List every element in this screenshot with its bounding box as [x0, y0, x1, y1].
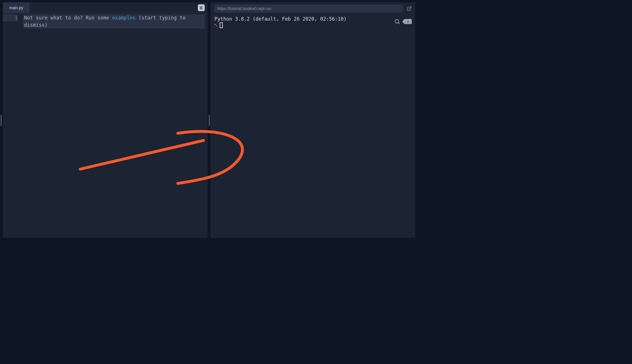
console-header: https://tutorial.bookie0.repl.run: [210, 2, 415, 14]
format-lines-icon: [199, 6, 203, 10]
editor-pane: main.py 1 Not sure what to do? Run some …: [3, 2, 208, 238]
svg-rect-1: [200, 7, 202, 8]
code-area[interactable]: Not sure what to do? Run some examples (…: [23, 13, 208, 238]
placeholder-line: Not sure what to do? Run some examples (…: [23, 14, 205, 28]
placeholder-prefix: Not sure what to do? Run some: [24, 15, 112, 21]
open-external-button[interactable]: [406, 5, 412, 12]
external-link-icon: [407, 6, 412, 11]
prompt-arrow-icon: [214, 23, 218, 27]
clear-console-button[interactable]: x: [404, 19, 412, 24]
console-toolbar: x: [394, 18, 412, 25]
line-number-1: 1: [3, 14, 18, 21]
svg-rect-6: [214, 24, 216, 25]
console-cursor: [220, 22, 223, 28]
editor-header: main.py: [3, 2, 208, 13]
format-code-button[interactable]: [198, 4, 205, 11]
svg-line-5: [398, 23, 399, 24]
svg-rect-7: [216, 26, 217, 26]
url-bar[interactable]: https://tutorial.bookie0.repl.run: [214, 5, 403, 13]
svg-rect-2: [200, 9, 203, 9]
tab-label: main.py: [9, 5, 23, 10]
svg-line-3: [409, 7, 411, 9]
url-text: https://tutorial.bookie0.repl.run: [217, 6, 271, 11]
console-banner: Python 3.8.2 (default, Feb 26 2020, 02:5…: [214, 16, 411, 22]
search-console-button[interactable]: [394, 18, 400, 25]
examples-link[interactable]: examples: [112, 15, 136, 21]
svg-rect-0: [200, 7, 203, 7]
resize-handle-left[interactable]: [1, 115, 2, 126]
line-gutter: 1: [3, 13, 23, 238]
console-body[interactable]: Python 3.8.2 (default, Feb 26 2020, 02:5…: [210, 14, 415, 238]
backspace-icon: x: [407, 19, 409, 24]
search-icon: [394, 18, 400, 25]
tab-main-py[interactable]: main.py: [3, 2, 30, 13]
console-pane: https://tutorial.bookie0.repl.run x: [210, 2, 415, 238]
editor-body[interactable]: 1 Not sure what to do? Run some examples…: [3, 13, 208, 238]
prompt-line: [214, 22, 411, 28]
resize-handle-center[interactable]: [209, 115, 210, 126]
